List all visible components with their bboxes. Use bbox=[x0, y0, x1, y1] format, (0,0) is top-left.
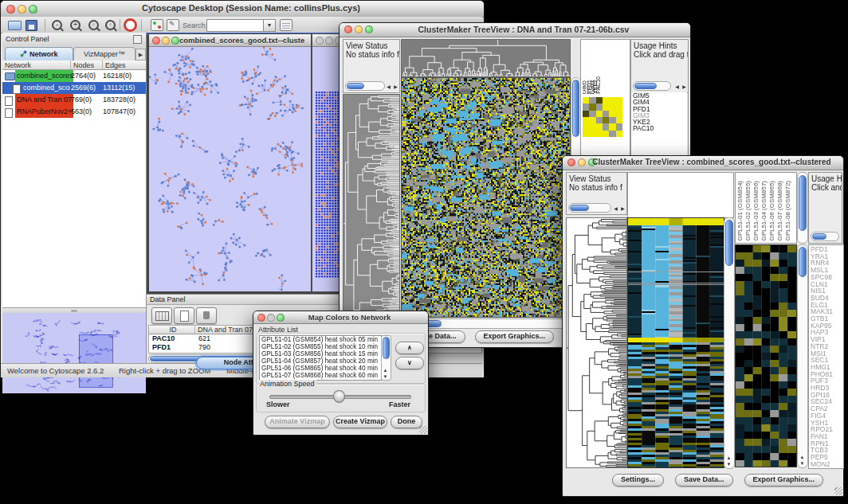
column-label[interactable]: PAC10 bbox=[597, 76, 600, 94]
scrollbar-thumb[interactable] bbox=[383, 337, 390, 359]
attribute-item[interactable]: GPL51-01 (GSM854) heat shock 05 min bbox=[260, 336, 381, 343]
attribute-editor-button[interactable] bbox=[280, 19, 292, 31]
treeview-action-button[interactable]: Settings... bbox=[612, 474, 664, 486]
tv2-row-dendrogram-canvas[interactable] bbox=[566, 217, 627, 468]
tv1-column-dendrogram-canvas[interactable] bbox=[401, 39, 571, 77]
search-input[interactable] bbox=[206, 19, 264, 32]
tv2-gene-vscrollbar[interactable]: ▲ ▼ bbox=[797, 244, 808, 468]
select-attributes-button[interactable] bbox=[151, 307, 172, 324]
close-icon[interactable] bbox=[567, 158, 575, 166]
scrollbar-thumb[interactable] bbox=[799, 175, 807, 231]
move-down-button[interactable]: ∨ bbox=[395, 357, 424, 369]
attribute-item[interactable]: GPL51-06 (GSM865) heat shock 40 min bbox=[260, 365, 381, 372]
tab-scroll-right-button[interactable]: ▶ bbox=[135, 49, 146, 61]
scrollbar-thumb[interactable] bbox=[570, 205, 589, 211]
scroll-up-icon[interactable]: ▲ bbox=[382, 368, 389, 373]
scrollbar-thumb[interactable] bbox=[572, 80, 579, 137]
open-session-button[interactable] bbox=[8, 19, 22, 31]
save-session-button[interactable] bbox=[26, 19, 37, 31]
resize-grip[interactable] bbox=[834, 487, 842, 495]
attribute-item[interactable]: GPL51-07 (GSM868) heat shock 60 min bbox=[260, 372, 381, 379]
minimize-icon[interactable] bbox=[267, 314, 275, 322]
scrollbar-thumb[interactable] bbox=[799, 247, 807, 277]
close-icon[interactable] bbox=[316, 37, 324, 45]
scrollbar-thumb[interactable] bbox=[347, 83, 364, 89]
network-table-row[interactable]: combined_scores_good.txt--clustered2569(… bbox=[2, 82, 146, 94]
usage-hints-scrollbar[interactable] bbox=[633, 81, 671, 91]
tv1-summary-matrix[interactable] bbox=[583, 97, 622, 137]
treeview-action-button[interactable]: Export Graphics... bbox=[744, 474, 824, 486]
tv2-heatmap-canvas[interactable] bbox=[627, 217, 724, 468]
scroll-down-icon[interactable]: ▼ bbox=[382, 374, 389, 380]
treeview-action-button[interactable]: Export Graphics... bbox=[475, 330, 555, 343]
treeview-action-button[interactable]: Save Data... bbox=[675, 474, 733, 486]
network-view-canvas[interactable] bbox=[149, 47, 309, 291]
annotation-button[interactable]: ✎ bbox=[167, 19, 179, 31]
nodes-column-header[interactable]: Nodes bbox=[71, 61, 103, 70]
animate-vizmap-button[interactable]: Animate Vizmap bbox=[265, 416, 330, 428]
attribute-list-scrollbar[interactable]: ▲ ▼ bbox=[381, 335, 391, 381]
create-vizmap-button[interactable]: Create Vizmap bbox=[333, 416, 387, 428]
tv2-column-tree-area[interactable] bbox=[627, 172, 734, 218]
treeview2-titlebar[interactable]: ClusterMaker TreeView : combined_scores_… bbox=[563, 156, 843, 170]
zoom-out-button[interactable]: - bbox=[52, 19, 62, 31]
view-status-scrollbar[interactable] bbox=[568, 203, 611, 213]
edges-column-header[interactable]: Edges bbox=[103, 61, 146, 70]
column-label[interactable]: GPL51-04 (GSM857) bbox=[760, 181, 768, 241]
network-table-row[interactable]: combined_scores2764(0)16218(0) bbox=[2, 70, 146, 82]
vizmap-button[interactable] bbox=[151, 19, 163, 31]
scrollbar-thumb[interactable] bbox=[725, 220, 733, 266]
close-icon[interactable] bbox=[344, 25, 352, 33]
resize-grip[interactable] bbox=[419, 426, 427, 434]
tab-network[interactable]: Network bbox=[5, 47, 73, 61]
dialog-titlebar[interactable]: Map Colors to Network bbox=[253, 311, 428, 324]
close-icon[interactable] bbox=[152, 37, 160, 45]
usage-hints-scrollbar[interactable] bbox=[811, 232, 839, 241]
close-icon[interactable] bbox=[257, 314, 265, 322]
attribute-list[interactable]: GPL51-01 (GSM854) heat shock 05 minGPL51… bbox=[259, 335, 382, 381]
scroll-left-icon[interactable]: ◀ bbox=[385, 84, 392, 90]
float-panel-icon[interactable] bbox=[133, 35, 142, 44]
minimize-icon[interactable] bbox=[355, 25, 363, 33]
tv1-heatmap-canvas[interactable] bbox=[401, 77, 571, 318]
tv2-gene-list[interactable]: PFD1YRA1RNR4MSL1SPC98CLN1NIS1BUD4ELG1MAK… bbox=[808, 244, 844, 469]
column-label[interactable]: GPL51-07 (GSM868) bbox=[776, 181, 784, 241]
zoom-fit-button[interactable]: ▫ bbox=[88, 19, 99, 31]
tv2-label-vscrollbar[interactable] bbox=[797, 172, 808, 244]
search-dropdown-button[interactable]: ▼ bbox=[263, 19, 276, 32]
minimize-icon[interactable] bbox=[578, 158, 586, 166]
scroll-up-icon[interactable]: ▲ bbox=[799, 455, 806, 460]
attribute-item[interactable]: GPL51-02 (GSM855) heat shock 10 min bbox=[260, 343, 381, 350]
tab-vizmapper[interactable]: VizMapper™ bbox=[73, 47, 135, 61]
scroll-left-icon[interactable]: ◀ bbox=[612, 206, 619, 212]
column-label[interactable]: GPL51-08 (GSM872) bbox=[784, 181, 792, 241]
scroll-up-icon[interactable]: ▲ bbox=[725, 455, 732, 461]
birds-eye-canvas[interactable] bbox=[3, 314, 145, 393]
move-up-button[interactable]: ∧ bbox=[395, 342, 424, 354]
column-label[interactable]: GPL51-03 (GSM856) bbox=[752, 181, 760, 241]
tv1-row-dendrogram-canvas[interactable] bbox=[343, 94, 400, 328]
delete-attribute-button[interactable] bbox=[196, 307, 217, 324]
gene-item[interactable]: MON2 bbox=[811, 461, 843, 468]
minimize-icon[interactable] bbox=[325, 37, 333, 45]
scroll-down-icon[interactable]: ▼ bbox=[799, 461, 806, 467]
cytoscape-titlebar[interactable]: Cytoscape Desktop (Session Name: collins… bbox=[1, 1, 484, 18]
scrollbar-thumb[interactable] bbox=[634, 83, 657, 89]
zoom-selected-button[interactable]: ◦ bbox=[105, 19, 116, 31]
scroll-right-icon[interactable]: ▶ bbox=[619, 206, 626, 212]
birds-eye-view[interactable] bbox=[2, 313, 146, 393]
row-label[interactable]: PAC10 bbox=[631, 125, 687, 131]
id-column-header[interactable]: ID bbox=[149, 326, 195, 334]
column-label[interactable]: GPL51-01 (GSM854) bbox=[736, 181, 744, 241]
attribute-item[interactable]: GPL51-03 (GSM856) heat shock 15 min bbox=[260, 350, 381, 357]
scroll-down-icon[interactable]: ▼ bbox=[725, 462, 732, 467]
scroll-left-icon[interactable]: ◀ bbox=[673, 84, 681, 90]
minimize-icon[interactable] bbox=[162, 37, 170, 45]
close-icon[interactable] bbox=[6, 5, 15, 14]
zoom-icon[interactable] bbox=[171, 37, 179, 45]
tv2-zoom-heatmap-canvas[interactable] bbox=[735, 244, 797, 467]
network-table-row[interactable]: RNAPuberNov2+563(0)107847(0) bbox=[2, 106, 146, 118]
help-button[interactable] bbox=[124, 19, 137, 31]
dense-network-canvas[interactable] bbox=[315, 90, 340, 281]
column-label[interactable]: GPL51-06 (GSM865) bbox=[768, 181, 776, 241]
